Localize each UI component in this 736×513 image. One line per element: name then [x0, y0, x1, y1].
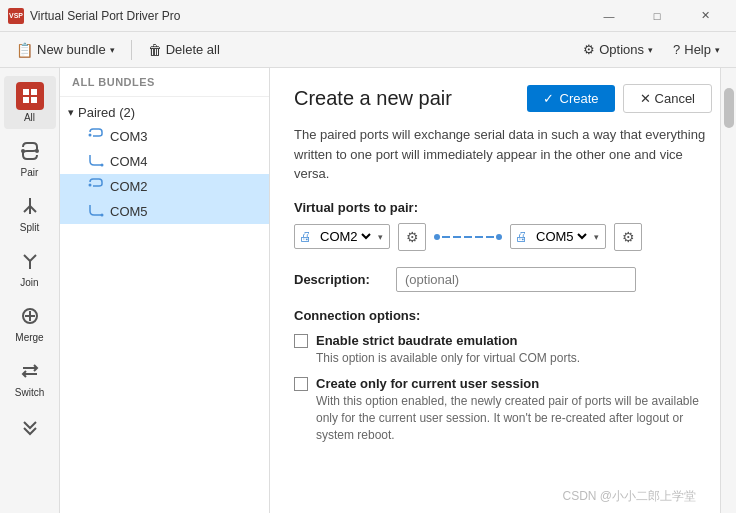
new-bundle-icon: 📋 — [16, 42, 33, 58]
list-item[interactable]: COM5 — [60, 199, 269, 224]
page-title: Create a new pair — [294, 87, 452, 110]
svg-point-20 — [101, 214, 104, 217]
sidebar-item-pair[interactable]: Pair — [4, 131, 56, 184]
dash — [453, 236, 461, 238]
app-title: Virtual Serial Port Driver Pro — [30, 9, 586, 23]
description-row: Description: — [294, 267, 712, 292]
join-label: Join — [20, 277, 38, 288]
connector-dashes — [442, 236, 494, 238]
delete-all-button[interactable]: 🗑 Delete all — [140, 38, 228, 62]
pair-icon — [16, 137, 44, 165]
dash — [464, 236, 472, 238]
sidebar-item-all[interactable]: All — [4, 76, 56, 129]
com4-label: COM4 — [110, 154, 148, 169]
create-button[interactable]: ✓ Create — [527, 85, 615, 112]
scrollbar-thumb[interactable] — [724, 88, 734, 128]
com2-label: COM2 — [110, 179, 148, 194]
maximize-button[interactable]: □ — [634, 0, 680, 32]
bundle-panel: ALL BUNDLES ▾ Paired (2) COM3 — [60, 68, 270, 513]
port2-settings-button[interactable]: ⚙ — [614, 223, 642, 251]
connector-line — [434, 234, 502, 240]
pair-label: Pair — [21, 167, 39, 178]
port2-select[interactable]: COM5 COM2 COM3 COM4 — [532, 228, 590, 245]
more-icon — [16, 412, 44, 440]
close-button[interactable]: ✕ — [682, 0, 728, 32]
new-bundle-dropdown-icon: ▾ — [110, 45, 115, 55]
content-inner: Create a new pair ✓ Create ✕ Cancel The … — [270, 68, 736, 513]
svg-line-10 — [30, 255, 36, 261]
svg-point-19 — [89, 184, 92, 187]
all-label: All — [24, 112, 35, 123]
help-icon: ? — [673, 42, 680, 57]
new-bundle-label: New bundle — [37, 42, 106, 57]
description-input[interactable] — [396, 267, 636, 292]
port1-select[interactable]: COM2 COM3 COM4 COM5 — [316, 228, 374, 245]
create-checkmark-icon: ✓ — [543, 91, 554, 106]
sidebar-item-split[interactable]: Split — [4, 186, 56, 239]
connection-options-title: Connection options: — [294, 308, 712, 323]
sidebar-item-more[interactable] — [4, 406, 56, 448]
user-session-checkbox[interactable] — [294, 377, 308, 391]
switch-label: Switch — [15, 387, 44, 398]
svg-rect-2 — [23, 97, 29, 103]
port2-select-wrapper[interactable]: 🖨 COM5 COM2 COM3 COM4 ▾ — [510, 224, 606, 249]
main-layout: All Pair Split — [0, 68, 736, 513]
svg-rect-0 — [23, 89, 29, 95]
user-session-desc: With this option enabled, the newly crea… — [316, 393, 712, 443]
action-buttons: ✓ Create ✕ Cancel — [527, 84, 713, 113]
options-icon: ⚙ — [583, 42, 595, 57]
user-session-option-content: Create only for current user session Wit… — [316, 376, 712, 443]
gear2-icon: ⚙ — [622, 229, 635, 245]
sidebar-item-join[interactable]: Join — [4, 241, 56, 294]
dash — [475, 236, 483, 238]
list-item[interactable]: COM2 — [60, 174, 269, 199]
cancel-x-icon: ✕ — [640, 91, 651, 106]
split-label: Split — [20, 222, 39, 233]
toolbar-right: ⚙ Options ▾ ? Help ▾ — [575, 38, 728, 61]
options-label: Options — [599, 42, 644, 57]
gear1-icon: ⚙ — [406, 229, 419, 245]
cancel-button[interactable]: ✕ Cancel — [623, 84, 712, 113]
bundle-panel-header: ALL BUNDLES — [60, 68, 269, 97]
help-label: Help — [684, 42, 711, 57]
help-button[interactable]: ? Help ▾ — [665, 38, 728, 61]
port-selector-row: 🖨 COM2 COM3 COM4 COM5 ▾ ⚙ — [294, 223, 712, 251]
options-button[interactable]: ⚙ Options ▾ — [575, 38, 661, 61]
scrollbar[interactable] — [720, 68, 736, 513]
dash — [486, 236, 494, 238]
options-dropdown-icon: ▾ — [648, 45, 653, 55]
minimize-button[interactable]: — — [586, 0, 632, 32]
delete-all-label: Delete all — [166, 42, 220, 57]
port1-dropdown-icon: ▾ — [378, 232, 383, 242]
svg-rect-3 — [31, 97, 37, 103]
sidebar-nav: All Pair Split — [0, 68, 60, 513]
list-item[interactable]: COM3 — [60, 124, 269, 149]
svg-line-9 — [24, 255, 30, 261]
merge-icon — [16, 302, 44, 330]
svg-point-5 — [35, 149, 39, 153]
list-item[interactable]: COM4 — [60, 149, 269, 174]
port1-select-wrapper[interactable]: 🖨 COM2 COM3 COM4 COM5 ▾ — [294, 224, 390, 249]
port1-settings-button[interactable]: ⚙ — [398, 223, 426, 251]
group-label: Paired (2) — [78, 105, 135, 120]
baudrate-label: Enable strict baudrate emulation — [316, 333, 580, 348]
merge-label: Merge — [15, 332, 43, 343]
description-text: The paired ports will exchange serial da… — [294, 125, 712, 184]
cancel-label: Cancel — [655, 91, 695, 106]
option-row-user-session: Create only for current user session Wit… — [294, 376, 712, 443]
toolbar: 📋 New bundle ▾ 🗑 Delete all ⚙ Options ▾ … — [0, 32, 736, 68]
new-bundle-button[interactable]: 📋 New bundle ▾ — [8, 38, 123, 62]
sidebar-item-switch[interactable]: Switch — [4, 351, 56, 404]
svg-point-17 — [89, 134, 92, 137]
sidebar-item-merge[interactable]: Merge — [4, 296, 56, 349]
toolbar-separator — [131, 40, 132, 60]
user-session-label: Create only for current user session — [316, 376, 712, 391]
com-sub-icon — [88, 153, 104, 170]
app-icon: VSP — [8, 8, 24, 24]
baudrate-checkbox[interactable] — [294, 334, 308, 348]
desc-label: Description: — [294, 272, 384, 287]
bundle-group-header[interactable]: ▾ Paired (2) — [60, 101, 269, 124]
baudrate-option-content: Enable strict baudrate emulation This op… — [316, 333, 580, 367]
com-pair-icon — [88, 128, 104, 145]
delete-all-icon: 🗑 — [148, 42, 162, 58]
